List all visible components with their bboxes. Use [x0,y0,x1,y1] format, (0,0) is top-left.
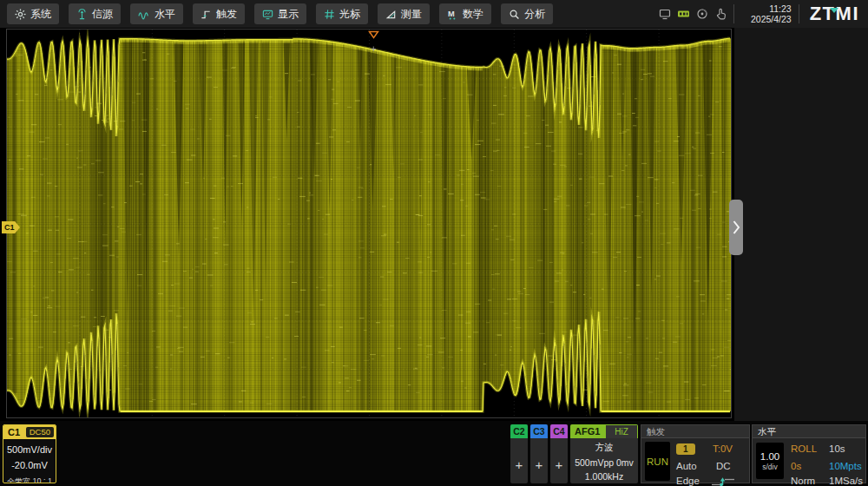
menu-analysis[interactable]: 分析 [501,3,553,24]
clock: 11:23 2025/4/23 [741,3,792,24]
svg-text:M: M [448,9,455,17]
menu-analysis-label: 分析 [524,7,545,22]
channel3-name: C3 [533,426,544,437]
afg-frequency: 1.000kHz [570,471,638,482]
channel1-header: C1 DC50 [3,425,56,439]
menu-horizontal-label: 水平 [155,7,175,22]
statusbar-divider-1 [733,4,734,23]
menu-measure-label: 测量 [401,7,422,22]
logo-wedge-icon [830,8,838,13]
waveform-plot [6,29,732,418]
menu-cursor[interactable]: 光标 [316,3,368,24]
horizontal-position[interactable]: 0s [791,461,801,471]
waveform-canvas[interactable] [7,30,731,417]
channel1-offset: -20.0mV [3,460,56,470]
trigger-coupling[interactable]: DC [716,461,731,471]
display-icon [262,9,273,20]
channel4-header: C4 [550,424,568,438]
horizontal-mode[interactable]: ROLL [791,443,817,454]
memory-depth[interactable]: 10Mpts [829,461,862,471]
channel2-add-button[interactable]: + [510,457,528,472]
status-cluster: 11:23 2025/4/23 ZTMI [659,3,868,25]
menu-measure[interactable]: 测量 [378,3,430,24]
run-state-box[interactable]: RUN [645,442,670,481]
afg-box[interactable]: AFG1 HiZ 方波 500mVpp 0mv 1.000kHz [570,424,638,483]
trigger-type[interactable]: Edge [676,476,700,486]
scope-area: + C1 [0,28,868,421]
channel1-bandwidth: 全带宽 [7,476,30,483]
channel3-add-button[interactable]: + [530,457,548,472]
acquisition-mode[interactable]: Norm [791,476,815,486]
brand-logo-text: ZTMI [810,3,859,24]
horizontal-panel[interactable]: 水平 1.00 s/div ROLL 0s Norm 10s 10Mpts 1M… [752,424,866,483]
statusbar-divider-2 [799,4,799,23]
measure-icon [385,9,397,20]
channel4-name: C4 [553,426,564,437]
channel1-box[interactable]: C1 DC50 500mV/div -20.0mV 全带宽 10 : 1 [3,424,56,483]
afg-impedance[interactable]: HiZ [606,425,637,438]
menu-trigger-label: 触发 [216,7,237,22]
status-indicators [659,8,727,20]
trigger-level[interactable]: T:0V [713,443,733,454]
trigger-position-icon[interactable] [368,30,379,39]
menu-cursor-label: 光标 [339,7,360,22]
analysis-icon [509,9,520,20]
channel4-add-button[interactable]: + [550,457,568,472]
channel1-probe-ratio: 10 : 1 [32,476,52,483]
edge-slope-icon[interactable] [711,476,735,486]
collapsed-side-panel [734,28,868,421]
menu-source[interactable]: 信源 [69,3,121,24]
channel2-box[interactable]: C2 + [510,424,528,483]
source-icon [76,9,88,20]
main-menu: 系统 信源 水平 触发 显示 光标 测量 M 数学 [0,3,553,24]
menu-display-label: 显示 [278,7,299,22]
top-menu-bar: 系统 信源 水平 触发 显示 光标 测量 M 数学 [0,0,868,28]
menu-system[interactable]: 系统 [7,3,59,24]
channel1-footer: 全带宽 10 : 1 [3,476,56,483]
panel-expand-handle[interactable] [729,200,743,255]
menu-math[interactable]: M 数学 [439,3,491,24]
channel4-box[interactable]: C4 + [550,424,568,483]
gear-icon [15,9,26,20]
channel2-name: C2 [513,426,524,437]
brand-logo: ZTMI [806,3,865,25]
menu-system-label: 系统 [30,7,51,22]
channel1-scale: 500mV/div [3,444,56,455]
time-window: 10s [829,443,845,454]
timebase-scale-unit: s/div [762,463,777,471]
horizontal-wave-icon [138,9,150,20]
timebase-scale-box[interactable]: 1.00 s/div [756,443,784,479]
cursor-icon [324,9,335,20]
channel1-coupling[interactable]: DC50 [26,427,54,437]
trigger-source-badge[interactable]: 1 [676,443,695,455]
disc-icon [696,8,708,20]
menu-horizontal[interactable]: 水平 [130,3,183,24]
menu-display[interactable]: 显示 [254,3,306,24]
chevron-right-icon [732,218,740,237]
clock-time: 11:23 [741,3,792,14]
sample-rate: 1MSa/s [829,476,863,486]
afg-header: AFG1 HiZ [570,424,638,438]
trigger-point-cross-icon: + [371,43,376,54]
afg-wave-type: 方波 [570,442,638,454]
math-icon: M [447,9,458,20]
channel1-name: C1 [8,427,20,437]
afg-amplitude-offset: 500mVpp 0mv [570,457,638,468]
trigger-panel-title: 触发 [641,425,749,438]
horizontal-panel-title: 水平 [753,425,865,438]
screen-icon [659,8,671,20]
trigger-panel[interactable]: 触发 RUN 1 Auto Edge T:0V DC [641,424,750,483]
touch-icon [714,8,727,20]
menu-trigger[interactable]: 触发 [193,3,245,24]
usb-icon [677,8,690,20]
channel2-header: C2 [510,424,528,438]
bottom-status-bar: C1 DC50 500mV/div -20.0mV 全带宽 10 : 1 C2 … [0,421,868,486]
run-state: RUN [647,456,668,467]
menu-source-label: 信源 [92,7,113,22]
trigger-sweep-mode[interactable]: Auto [676,461,697,471]
menu-math-label: 数学 [463,7,483,22]
clock-date: 2025/4/23 [741,14,792,24]
timebase-scale: 1.00 [760,451,779,462]
trigger-edge-icon [201,9,212,20]
channel3-box[interactable]: C3 + [530,424,548,483]
